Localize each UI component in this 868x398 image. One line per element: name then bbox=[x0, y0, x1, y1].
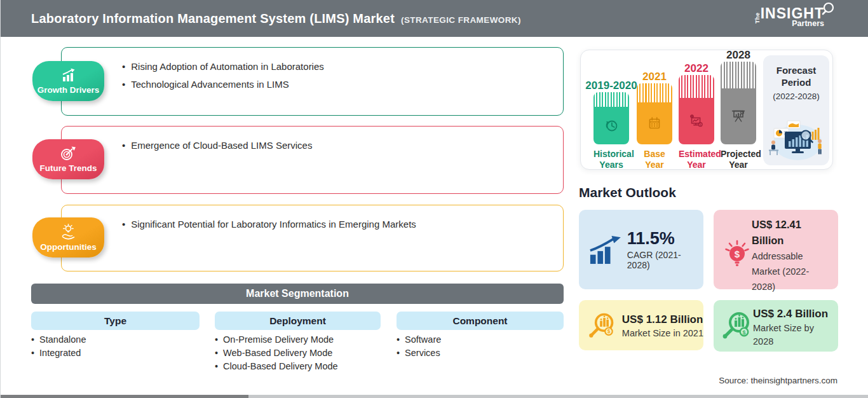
market-size-2028-desc: Market Size by 2028 bbox=[753, 322, 824, 348]
market-size-2021-value: US$ 1.12 Billion bbox=[622, 312, 703, 327]
magnifier-chart-icon: $ bbox=[587, 309, 617, 342]
growth-drivers-badge: Growth Drivers bbox=[32, 61, 104, 101]
cagr-value: 11.5% bbox=[627, 229, 703, 248]
magnifier-icon bbox=[820, 2, 836, 17]
timeline-bar bbox=[637, 83, 672, 144]
logo-the-text: The bbox=[754, 17, 761, 24]
badge-label: Future Trends bbox=[39, 163, 97, 173]
list-item: Integrated bbox=[31, 347, 86, 360]
timeline-bar: $ bbox=[679, 75, 714, 144]
cagr-desc: CAGR (2021-2028) bbox=[627, 250, 703, 270]
badge-label: Growth Drivers bbox=[37, 85, 100, 95]
bulb-dollar-icon: $ bbox=[723, 238, 751, 269]
horizontal-scrollbar[interactable] bbox=[1, 395, 868, 398]
year-label: 2028 bbox=[726, 49, 750, 62]
idea-hand-icon bbox=[60, 224, 77, 241]
list-item: Web-Based Delivery Mode bbox=[215, 347, 338, 360]
future-trends-badge: Future Trends bbox=[32, 139, 104, 179]
bar-stripes bbox=[593, 92, 629, 107]
list-item: Software bbox=[397, 333, 441, 347]
bar-caption: Estimated Year bbox=[679, 149, 714, 170]
badge-label: Opportunities bbox=[40, 242, 97, 252]
component-list: Software Services bbox=[397, 333, 441, 360]
timeline-bar bbox=[593, 92, 629, 144]
market-size-2028-value: US$ 2.4 Billion bbox=[753, 306, 828, 322]
segment-header-component: Component bbox=[397, 312, 564, 330]
target-dart-icon bbox=[60, 146, 77, 162]
svg-text:$: $ bbox=[735, 249, 740, 259]
forecast-timeline-card: 2019-2020 Historical Years 2021 bbox=[580, 50, 833, 170]
header-bar: Laboratory Information Management System… bbox=[1, 0, 868, 37]
cagr-card: 11.5% CAGR (2021-2028) bbox=[579, 210, 703, 289]
addressable-market-card: $ US$ 12.41 Billion Addressable Market (… bbox=[714, 210, 838, 289]
forecast-period-label: Forecast bbox=[763, 64, 829, 76]
market-size-2021-desc: Market Size in 2021 bbox=[622, 328, 703, 338]
market-size-2021-card: $ US$ 1.12 Billion Market Size in 2021 bbox=[579, 300, 703, 350]
timeline-historical-years: 2019-2020 Historical Years bbox=[593, 50, 629, 169]
year-label: 2019-2020 bbox=[585, 79, 637, 92]
scrollbar-thumb[interactable] bbox=[1, 395, 248, 398]
opportunities-panel: Significant Potential for Laboratory Inf… bbox=[61, 205, 564, 271]
list-item: Significant Potential for Laboratory Inf… bbox=[122, 218, 548, 230]
timeline-bar bbox=[721, 62, 756, 144]
growth-bars-arrow-icon bbox=[589, 235, 621, 264]
segment-header-type: Type bbox=[31, 312, 200, 330]
future-trends-panel: Emergence of Cloud-Based LIMS Services bbox=[61, 126, 564, 194]
list-item: Services bbox=[397, 347, 441, 360]
magnifier-chart-icon: $ bbox=[720, 309, 753, 342]
type-list: Standalone Integrated bbox=[31, 333, 86, 360]
lims-market-infographic: Laboratory Information Management System… bbox=[0, 0, 868, 398]
market-outlook-title: Market Outlook bbox=[579, 185, 676, 200]
forecast-period-range: (2022-2028) bbox=[763, 92, 829, 101]
bar-stripes bbox=[721, 62, 756, 88]
segment-header-deployment: Deployment bbox=[215, 312, 381, 330]
list-item: Standalone bbox=[31, 333, 86, 347]
growth-drivers-panel: Rising Adoption of Automation in Laborat… bbox=[61, 47, 564, 116]
history-clock-icon bbox=[602, 117, 620, 135]
list-item: Rising Adoption of Automation in Laborat… bbox=[122, 60, 548, 72]
addressable-market-desc: Addressable Market (2022-2028) bbox=[752, 249, 829, 294]
calendar-icon bbox=[646, 114, 663, 132]
projection-screen-icon bbox=[729, 107, 747, 125]
forecast-period-panel: Forecast Period (2022-2028) bbox=[763, 55, 829, 165]
timeline-base-year: 2021 Base Year bbox=[637, 50, 672, 169]
timeline-projected-year: 2028 Projected bbox=[721, 50, 756, 169]
bar-stripes bbox=[679, 75, 714, 98]
list-item: Cloud-Based Delivery Mode bbox=[215, 360, 338, 373]
market-segmentation-header: Market Segmentation bbox=[31, 284, 564, 304]
segmentation-title: Market Segmentation bbox=[246, 288, 349, 299]
year-label: 2021 bbox=[642, 71, 667, 83]
bar-caption: Base Year bbox=[637, 149, 672, 170]
list-item: Technological Advancements in LIMS bbox=[122, 78, 548, 90]
list-item: On-Premise Delivery Mode bbox=[215, 333, 338, 347]
bar-stripes bbox=[637, 83, 672, 102]
growth-chart-icon bbox=[60, 67, 77, 84]
list-item: Emergence of Cloud-Based LIMS Services bbox=[122, 139, 548, 151]
bar-caption: Projected Year bbox=[721, 149, 756, 170]
timeline-estimated-year: 2022 $ bbox=[679, 50, 714, 169]
svg-text:$: $ bbox=[607, 329, 611, 334]
year-label: 2022 bbox=[684, 62, 709, 75]
bar-caption: Historical Years bbox=[593, 149, 629, 170]
deployment-list: On-Premise Delivery Mode Web-Based Deliv… bbox=[215, 333, 338, 373]
page-subtitle: (STRATEGIC FRAMEWORK) bbox=[401, 15, 521, 25]
monitor-analytics-icon: $ bbox=[688, 113, 705, 130]
market-size-2028-card: $ US$ 2.4 Billion Market Size by 2028 bbox=[714, 300, 838, 352]
header-titles: Laboratory Information Management System… bbox=[31, 11, 521, 26]
source-attribution: Source: theinsightpartners.com bbox=[719, 376, 837, 385]
analytics-illustration bbox=[766, 118, 827, 163]
page-title: Laboratory Information Management System… bbox=[31, 11, 395, 26]
svg-text:$: $ bbox=[742, 329, 745, 336]
addressable-market-value: US$ 12.41 Billion bbox=[752, 217, 822, 249]
opportunities-badge: Opportunities bbox=[32, 217, 104, 257]
insight-partners-logo: The INSIGHT Partners bbox=[754, 6, 836, 28]
